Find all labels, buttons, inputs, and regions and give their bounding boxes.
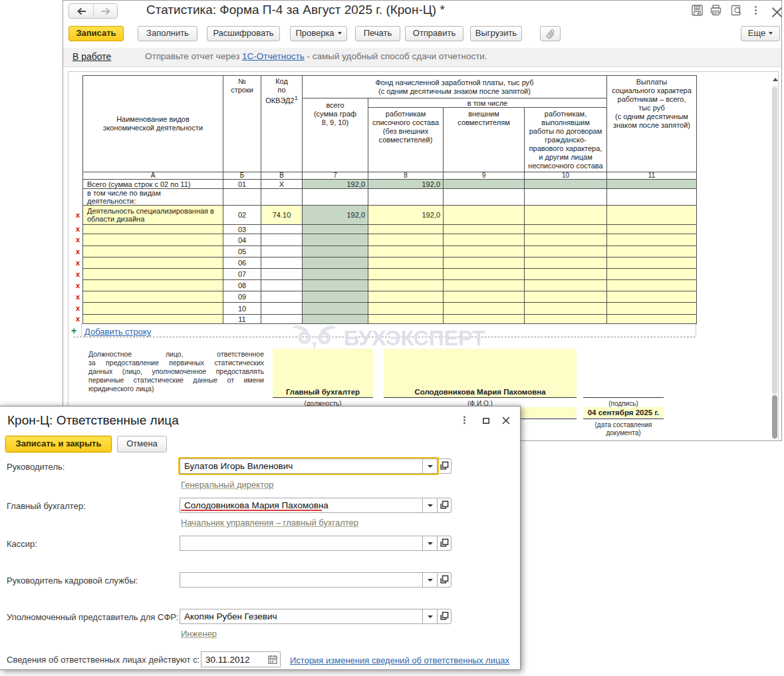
cell-okved[interactable] — [261, 234, 303, 246]
cell-col10[interactable] — [525, 257, 607, 269]
field-open-button-sfr-rep[interactable] — [437, 609, 452, 624]
report-service-link[interactable]: 1С-Отчетность — [242, 51, 305, 61]
field-input-head[interactable]: Булатов Игорь Виленович — [180, 458, 438, 474]
print-preview-icon[interactable] — [731, 5, 742, 16]
cell-col10[interactable] — [525, 180, 607, 189]
cell-col8[interactable] — [368, 269, 444, 280]
export-button[interactable]: Выгрузить — [470, 26, 522, 41]
cell-col11[interactable] — [607, 225, 697, 234]
delete-row-icon[interactable]: x — [74, 236, 81, 244]
delete-row-icon[interactable]: x — [74, 212, 81, 219]
cell-col10[interactable] — [525, 280, 607, 291]
cell-col9[interactable] — [444, 234, 525, 246]
send-button[interactable]: Отправить — [405, 26, 463, 41]
cell-okved[interactable]: Х — [261, 180, 303, 189]
cell-name[interactable] — [83, 225, 223, 234]
cell-col10[interactable] — [525, 206, 607, 225]
cell-col11[interactable] — [607, 291, 697, 303]
cell-col11[interactable] — [607, 189, 697, 206]
date-effective-input[interactable]: 30.11.2012 — [201, 651, 281, 667]
position-link-head[interactable]: Генеральный директор — [181, 480, 273, 490]
history-link[interactable]: История изменения сведений об ответствен… — [290, 655, 509, 665]
field-input-cashier[interactable] — [180, 536, 438, 551]
decode-button[interactable]: Расшифровать — [207, 26, 280, 41]
cell-col7[interactable] — [303, 189, 368, 206]
cell-col7[interactable] — [303, 280, 368, 291]
cell-col11[interactable] — [607, 269, 697, 280]
cell-line-no[interactable]: 02 — [223, 206, 261, 225]
cell-col9[interactable] — [444, 206, 525, 225]
print-button[interactable]: Печать — [355, 26, 400, 41]
delete-row-icon[interactable]: x — [74, 248, 81, 255]
cell-col9[interactable] — [444, 180, 525, 189]
cell-col10[interactable] — [525, 234, 607, 246]
status-state-link[interactable]: В работе — [72, 51, 111, 62]
menu-dots-icon[interactable] — [750, 5, 761, 16]
field-dropdown-cashier[interactable] — [422, 536, 437, 550]
delete-row-icon[interactable]: x — [74, 282, 81, 289]
delete-row-icon[interactable]: x — [74, 305, 81, 312]
cell-col7[interactable] — [303, 257, 368, 269]
cell-col7[interactable]: 192,0 — [303, 180, 368, 189]
cell-okved[interactable]: 74.10 — [261, 206, 303, 225]
cell-okved[interactable] — [261, 315, 303, 324]
cell-col10[interactable] — [525, 315, 607, 324]
cell-col7[interactable] — [303, 315, 368, 324]
cell-name[interactable] — [83, 246, 223, 257]
cell-col9[interactable] — [444, 303, 525, 315]
field-open-button-hr-head[interactable] — [437, 572, 452, 588]
save-close-button[interactable]: Записать и закрыть — [5, 436, 112, 452]
attachment-button[interactable] — [540, 26, 561, 41]
scrollbar-thumb[interactable] — [772, 395, 777, 438]
more-button[interactable]: Еще — [741, 26, 780, 41]
check-button[interactable]: Проверка — [290, 26, 347, 41]
cell-col8[interactable] — [368, 225, 444, 234]
delete-row-icon[interactable]: x — [74, 259, 81, 267]
cell-name[interactable] — [83, 291, 223, 303]
cell-col9[interactable] — [444, 291, 525, 303]
add-row-link[interactable]: Добавить строку — [84, 327, 151, 337]
cell-col7[interactable] — [303, 303, 368, 315]
cell-col7[interactable]: 192,0 — [303, 206, 368, 225]
cell-name[interactable] — [83, 303, 223, 315]
cell-col10[interactable] — [525, 189, 607, 206]
cell-col7[interactable] — [303, 246, 368, 257]
cell-col9[interactable] — [444, 246, 525, 257]
cell-okved[interactable] — [261, 189, 303, 206]
cell-line-no[interactable] — [223, 189, 261, 206]
cell-col8[interactable]: 192,0 — [368, 180, 444, 189]
cell-col10[interactable] — [525, 246, 607, 257]
cell-line-no[interactable]: 10 — [223, 303, 261, 315]
cell-line-no[interactable]: 03 — [223, 225, 261, 234]
delete-row-icon[interactable]: x — [74, 226, 81, 233]
cell-col10[interactable] — [525, 303, 607, 315]
cell-col9[interactable] — [444, 189, 525, 206]
cell-name[interactable] — [83, 234, 223, 246]
cell-name[interactable] — [83, 269, 223, 280]
cell-col10[interactable] — [525, 269, 607, 280]
delete-row-icon[interactable]: x — [74, 293, 81, 301]
print-icon[interactable] — [710, 5, 721, 16]
cell-col9[interactable] — [444, 315, 525, 324]
cell-okved[interactable] — [261, 257, 303, 269]
field-input-hr-head[interactable] — [180, 572, 438, 588]
cell-col8[interactable] — [368, 234, 444, 246]
back-icon[interactable] — [75, 7, 87, 16]
close-window-icon[interactable] — [771, 7, 783, 18]
field-open-button-accountant[interactable] — [437, 498, 452, 513]
cell-col11[interactable] — [607, 234, 697, 246]
field-dropdown-sfr-rep[interactable] — [422, 609, 437, 623]
cell-name[interactable]: в том числе по видам деятельности: — [83, 189, 223, 206]
field-open-button-head[interactable] — [437, 458, 452, 474]
cell-col9[interactable] — [444, 269, 525, 280]
cell-col11[interactable] — [607, 180, 697, 189]
cell-line-no[interactable]: 09 — [223, 291, 261, 303]
cell-col8[interactable] — [368, 303, 444, 315]
cell-col10[interactable] — [525, 291, 607, 303]
dialog-maximize-icon[interactable] — [483, 418, 489, 424]
cell-col7[interactable] — [303, 234, 368, 246]
cell-line-no[interactable]: 01 — [223, 180, 261, 189]
delete-row-icon[interactable]: x — [74, 271, 81, 278]
cell-col8[interactable] — [368, 246, 444, 257]
cell-col9[interactable] — [444, 225, 525, 234]
